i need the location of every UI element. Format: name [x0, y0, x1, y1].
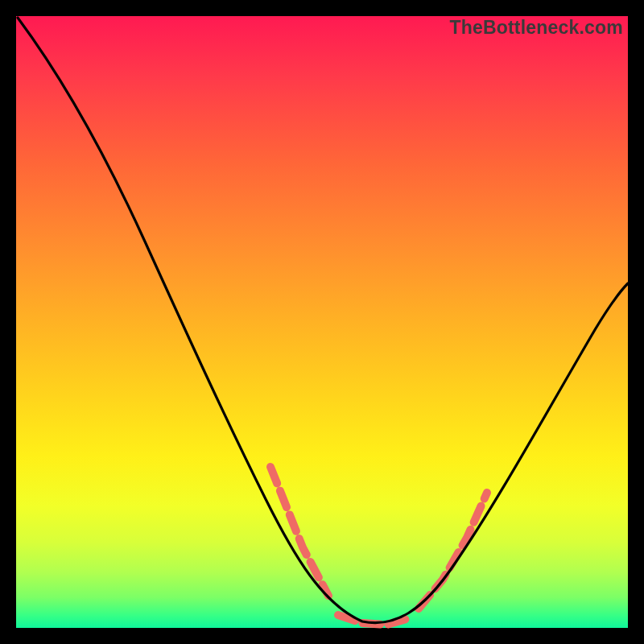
chart-svg: [16, 16, 628, 628]
main-curve: [18, 18, 628, 623]
chart-frame: TheBottleneck.com: [16, 16, 628, 628]
watermark-text: TheBottleneck.com: [449, 17, 623, 39]
highlight-markers: [270, 467, 487, 625]
